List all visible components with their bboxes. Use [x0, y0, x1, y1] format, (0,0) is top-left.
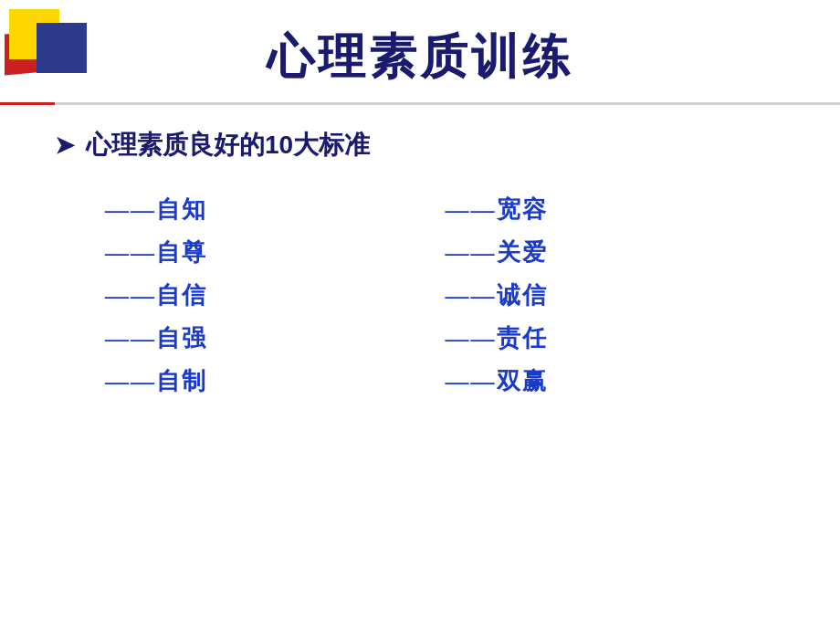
slide: 心理素质训练 ➤ 心理素质良好的10大标准 ——自知 ——宽容 ——自尊 ——关… — [0, 0, 840, 630]
list-item: ——诚信 — [446, 274, 786, 317]
items-grid: ——自知 ——宽容 ——自尊 ——关爱 ——自信 ——诚信 ——自强 ——责任 — [105, 188, 785, 403]
list-item: ——双赢 — [446, 360, 786, 403]
divider-line — [0, 102, 840, 105]
list-item: ——自尊 — [105, 231, 446, 274]
blue-block — [37, 23, 87, 73]
slide-title: 心理素质训练 — [0, 26, 840, 89]
list-item: ——自制 — [105, 360, 446, 403]
list-item: ——自信 — [105, 274, 446, 317]
content-area: ➤ 心理素质良好的10大标准 ——自知 ——宽容 ——自尊 ——关爱 ——自信 … — [55, 128, 785, 403]
list-item: ——责任 — [446, 317, 786, 360]
list-item: ——自知 — [105, 188, 446, 231]
list-item: ——关爱 — [446, 231, 786, 274]
list-item: ——自强 — [105, 317, 446, 360]
section-heading: ➤ 心理素质良好的10大标准 — [55, 128, 785, 163]
arrow-icon: ➤ — [55, 131, 75, 160]
list-item: ——宽容 — [446, 188, 786, 231]
section-title: 心理素质良好的10大标准 — [86, 128, 370, 163]
